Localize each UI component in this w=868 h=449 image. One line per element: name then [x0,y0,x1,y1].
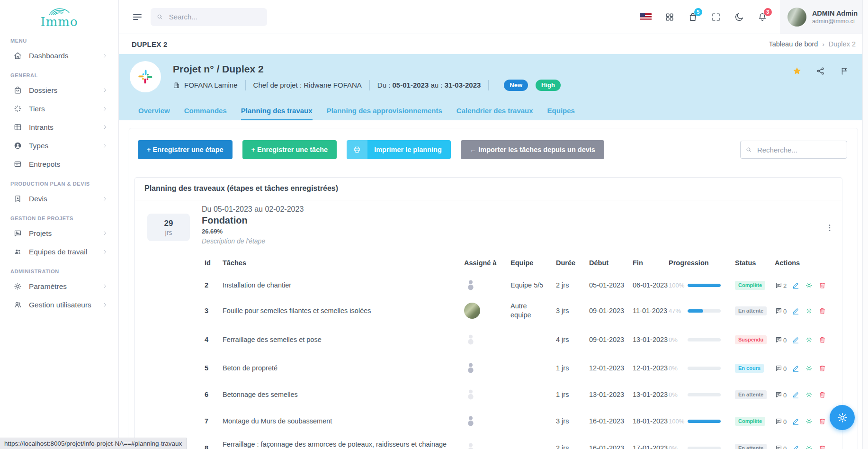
comments-button[interactable]: 0 [775,336,787,344]
favorite-star-icon[interactable] [792,66,802,76]
breadcrumb-dashboard-link[interactable]: Tableau de bord [769,40,818,48]
status-badge: En attente [735,390,767,399]
gear-icon[interactable] [805,307,813,315]
table-row[interactable]: 5Beton de propreté1 jrs12-01-202312-01-2… [205,355,837,381]
comments-button[interactable]: 0 [775,417,787,425]
trash-icon[interactable] [818,336,826,344]
progress-label: 100% [669,418,688,425]
edit-pencil-icon[interactable] [792,391,800,399]
edit-pencil-icon[interactable] [792,307,800,315]
edit-pencil-icon[interactable] [792,364,800,372]
edit-pencil-icon[interactable] [792,417,800,425]
app-logo[interactable]: Immo [0,4,118,30]
edit-pencil-icon[interactable] [792,336,800,344]
comments-button[interactable]: 0 [775,444,787,449]
topbar: 5 3 ADMIN Admin admin@immo.ci [119,0,868,34]
trash-icon[interactable] [818,417,826,425]
gear-icon[interactable] [805,417,813,425]
toolbar-button-importer-les-taches-depuis-un-devis[interactable]: ← Importer les tâches depuis un devis [461,140,604,159]
tab-planning-des-travaux[interactable]: Planning des travaux [241,107,313,120]
sidebar-item-dossiers[interactable]: Dossiers [0,81,118,99]
gear-icon[interactable] [805,336,813,344]
notifications-bell-icon[interactable]: 3 [757,12,768,22]
table-row[interactable]: 2Installation de chantierEquipe 5/52 jrs… [205,273,837,297]
hamburger-menu-icon[interactable] [132,11,143,23]
gear-icon[interactable] [805,444,813,449]
user-menu[interactable]: ADMIN Admin admin@immo.ci [780,0,868,34]
column-header-duree: Durée [556,259,589,267]
edit-pencil-icon[interactable] [792,444,800,449]
gear-icon[interactable] [805,391,813,399]
sidebar-item-devis[interactable]: Devis [0,189,118,208]
stage-duration-box: 29 jrs [147,214,190,241]
sidebar-item-intrants[interactable]: Intrants [0,118,118,136]
sidebar-item-equipes-de-travail[interactable]: Equipes de travail [0,242,118,261]
global-search[interactable] [151,8,267,26]
sidebar-nav: MENUDashboardsGENERALDossiersTiersIntran… [0,38,118,314]
table-row[interactable]: 6Betonnage des semelles1 jrs13-01-202313… [205,381,837,408]
sidebar-item-entrepots[interactable]: Entrepots [0,155,118,173]
trash-icon[interactable] [818,391,826,399]
stage-progress: 26.69% [202,228,304,235]
toolbar-button-enregistrer-une-etape[interactable]: + Enregistrer une étape [138,140,233,159]
tab-calendrier-des-travaux[interactable]: Calendrier des travaux [456,107,533,120]
sidebar: Immo MENUDashboardsGENERALDossiersTiersI… [0,0,119,449]
project-meta: FOFANA Lamine Chef de projet : Ridwane F… [173,80,868,91]
language-flag-icon[interactable] [640,13,652,21]
progress-label: 0% [669,445,688,449]
share-icon[interactable] [816,66,825,76]
comment-icon [775,336,783,344]
apps-grid-icon[interactable] [664,12,675,22]
table-row[interactable]: 7Montage du Murs de soubassement3 jrs16-… [205,408,837,434]
progress-cell: 100% [669,418,735,425]
sidebar-item-gestion-utilisateurs[interactable]: Gestion utilisateurs [0,296,118,314]
comments-button[interactable]: 2 [775,281,787,289]
tab-equipes[interactable]: Equipes [547,107,575,120]
dark-mode-moon-icon[interactable] [734,12,744,22]
fullscreen-icon[interactable] [711,12,721,22]
tab-planning-des-approvisionnements[interactable]: Planning des approvisionnements [327,107,442,120]
comments-button[interactable]: 0 [775,307,787,315]
comments-button[interactable]: 0 [775,391,787,399]
sidebar-item-tiers[interactable]: Tiers [0,99,118,118]
meta-divider [245,80,246,90]
start-date: 09-01-2023 [589,336,633,343]
sidebar-item-label: Dashboards [29,52,102,60]
flag-icon[interactable] [840,66,849,76]
sidebar-item-dashboards[interactable]: Dashboards [0,46,118,65]
gear-icon[interactable] [805,364,813,372]
table-search-input[interactable] [756,145,842,154]
trash-icon[interactable] [818,281,826,289]
table-row[interactable]: 8Ferraillage : façonnage des armorces de… [205,434,837,449]
progress-label: 0% [669,365,688,372]
sidebar-item-projets[interactable]: Projets [0,224,118,242]
comments-button[interactable]: 0 [775,364,787,372]
settings-fab-button[interactable] [830,405,855,430]
shopping-bag-icon[interactable]: 5 [688,12,698,22]
slack-style-logo-icon [137,69,153,85]
gear-icon[interactable] [805,281,813,289]
assignee-cell [464,278,510,293]
tab-overview[interactable]: Overview [138,107,170,120]
trash-icon[interactable] [818,307,826,315]
stage-kebab-menu-icon[interactable] [825,223,834,233]
page-scrollbar[interactable] [862,0,868,449]
sidebar-item-parametres[interactable]: Paramètres [0,277,118,296]
duration: 1 jrs [556,391,589,398]
table-row[interactable]: 4Ferraillage des semelles et pose4 jrs09… [205,324,837,355]
trash-icon[interactable] [818,364,826,372]
sidebar-item-types[interactable]: Types [0,136,118,155]
trash-icon[interactable] [818,444,826,449]
table-row[interactable]: 3Fouille pour semelles filantes et semel… [205,297,837,324]
table-search[interactable] [740,141,847,159]
status-cell: Complète [735,281,775,290]
global-search-input[interactable] [168,12,261,21]
end-date: 13-01-2023 [633,391,669,398]
comment-icon [775,307,783,315]
tab-commandes[interactable]: Commandes [184,107,227,120]
progress-fill [688,420,721,423]
toolbar-button-imprimer-le-planning[interactable]: Imprimer le planning [347,140,451,159]
edit-pencil-icon[interactable] [792,281,800,289]
toolbar-button-enregistrer-une-tache[interactable]: + Enregistrer une tâche [242,140,337,159]
card-icon [13,160,22,169]
